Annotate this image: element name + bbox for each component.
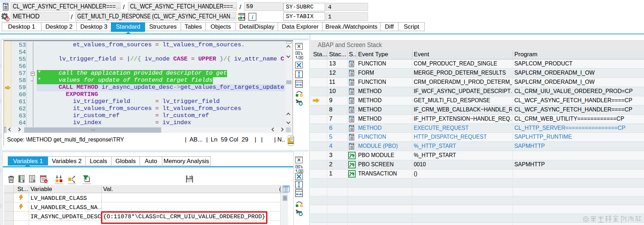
svg-text:i: i bbox=[252, 14, 253, 21]
